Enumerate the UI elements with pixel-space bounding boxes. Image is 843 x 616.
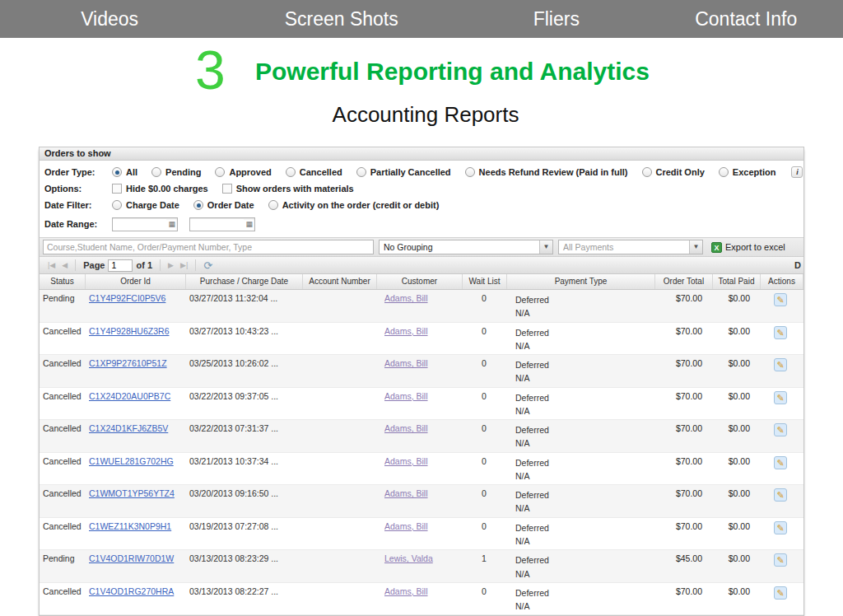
date-to-input[interactable] (190, 219, 244, 230)
order-id-link[interactable]: C1Y4P92FCI0P5V6 (89, 293, 165, 303)
customer-link[interactable]: Lewis, Valda (384, 553, 433, 563)
search-input[interactable] (43, 240, 374, 254)
order-id-link[interactable]: C1V4OD1RIW70D1W (89, 553, 174, 563)
edit-order-icon[interactable]: ✎ (774, 521, 787, 534)
customer-link[interactable]: Adams, Bill (384, 326, 428, 336)
column-header[interactable]: Customer (377, 274, 463, 289)
radio-icon[interactable] (642, 167, 652, 177)
order-id-link[interactable]: C1XP9P27610P51Z (89, 358, 167, 368)
order-id-link[interactable]: C1X24D20AU0PB7C (89, 391, 170, 401)
customer-link[interactable]: Adams, Bill (384, 293, 428, 303)
date-from-field[interactable]: ▦ (112, 217, 178, 231)
edit-order-icon[interactable]: ✎ (774, 423, 787, 436)
order-id-link[interactable]: C1Y4P928HU6Z3R6 (89, 326, 169, 336)
column-header[interactable]: Status (40, 274, 86, 289)
radio-icon[interactable] (112, 200, 122, 210)
chevron-down-icon[interactable]: ▼ (689, 240, 702, 254)
order-type-radio-option[interactable]: All (112, 167, 137, 177)
radio-icon[interactable] (193, 200, 203, 210)
order-type-radio-option[interactable]: Needs Refund Review (Paid in full) (465, 167, 628, 177)
column-header[interactable]: Payment Type (507, 274, 655, 289)
column-header[interactable]: Account Number (303, 274, 377, 289)
last-page-icon[interactable]: ▶| (180, 262, 188, 269)
next-page-icon[interactable]: ▶ (168, 262, 174, 269)
radio-icon[interactable] (268, 200, 278, 210)
date-filter-radio-option[interactable]: Charge Date (112, 200, 179, 210)
cell-wait-list: 0 (463, 485, 507, 517)
refresh-icon[interactable]: ⟳ (203, 260, 212, 271)
edit-order-icon[interactable]: ✎ (774, 488, 787, 502)
edit-order-icon[interactable]: ✎ (774, 391, 787, 404)
nav-item[interactable]: Contact Info (649, 8, 843, 30)
radio-icon[interactable] (215, 167, 225, 177)
chevron-down-icon[interactable]: ▼ (539, 240, 552, 254)
column-header[interactable]: Wait List (463, 274, 507, 289)
order-type-radio-option[interactable]: Cancelled (286, 167, 342, 177)
checkbox-icon[interactable] (222, 184, 232, 194)
column-header[interactable]: Purchase / Charge Date (186, 274, 303, 289)
checkbox-icon[interactable] (112, 184, 122, 194)
grouping-select[interactable]: No Grouping ▼ (379, 240, 553, 254)
edit-order-icon[interactable]: ✎ (774, 326, 787, 339)
customer-link[interactable]: Adams, Bill (384, 521, 428, 531)
option-checkbox[interactable]: Hide $0.00 charges (112, 184, 208, 194)
calendar-icon[interactable]: ▦ (244, 221, 254, 228)
order-id-link[interactable]: C1WMOT1YP56YTZ4 (89, 488, 175, 498)
payment-type-line2: N/A (515, 534, 654, 548)
radio-icon[interactable] (112, 167, 122, 177)
date-filter-radio-option[interactable]: Activity on the order (credit or debit) (268, 200, 440, 210)
order-type-radio-option[interactable]: Approved (215, 167, 271, 177)
column-header[interactable]: Order Total (655, 274, 713, 289)
order-id-link[interactable]: C1X24D1KFJ6ZB5V (89, 423, 168, 433)
radio-icon[interactable] (356, 167, 366, 177)
column-header[interactable]: Total Paid (713, 274, 761, 289)
prev-page-icon[interactable]: ◀ (62, 262, 68, 269)
cell-customer: Adams, Bill (377, 518, 463, 550)
cell-status: Pending (40, 290, 86, 322)
column-header[interactable]: Actions (761, 274, 803, 289)
date-from-input[interactable] (113, 219, 166, 230)
edit-order-icon[interactable]: ✎ (774, 293, 787, 306)
order-type-radio-option[interactable]: Pending (151, 167, 201, 177)
customer-link[interactable]: Adams, Bill (384, 391, 428, 401)
orders-table-body: Pending C1Y4P92FCI0P5V6 03/27/2013 11:32… (40, 290, 803, 615)
first-page-icon[interactable]: |◀ (48, 262, 55, 269)
date-to-field[interactable]: ▦ (189, 217, 255, 231)
step-number: 3 (195, 43, 226, 97)
customer-link[interactable]: Adams, Bill (384, 358, 428, 368)
customer-link[interactable]: Adams, Bill (384, 456, 428, 466)
nav-item[interactable]: Videos (0, 8, 219, 30)
edit-order-icon[interactable]: ✎ (774, 456, 787, 469)
nav-item[interactable]: Fliers (463, 8, 649, 30)
cell-account-number (303, 355, 377, 387)
calendar-icon[interactable]: ▦ (166, 221, 177, 228)
export-to-excel-button[interactable]: X Export to excel (711, 242, 785, 253)
cell-purchase-date: 03/27/2013 11:32:04 ... (186, 290, 303, 322)
customer-link[interactable]: Adams, Bill (384, 423, 428, 433)
edit-order-icon[interactable]: ✎ (774, 586, 787, 600)
radio-icon[interactable] (465, 167, 475, 177)
date-filter-radio-option[interactable]: Order Date (193, 200, 254, 210)
page-title: Powerful Reporting and Analytics (255, 58, 650, 86)
info-icon[interactable]: i (791, 166, 803, 178)
page-number-input[interactable] (108, 259, 133, 272)
radio-icon[interactable] (151, 167, 161, 177)
edit-order-icon[interactable]: ✎ (774, 553, 787, 567)
nav-item[interactable]: Screen Shots (219, 8, 463, 30)
cell-order-total: $70.00 (655, 485, 713, 517)
order-id-link[interactable]: C1V4OD1RG270HRA (89, 586, 174, 596)
order-type-radio-option[interactable]: Partially Cancelled (356, 167, 451, 177)
cell-status: Cancelled (40, 485, 86, 517)
order-id-link[interactable]: C1WUEL281G702HG (89, 456, 174, 466)
customer-link[interactable]: Adams, Bill (384, 488, 428, 498)
option-checkbox[interactable]: Show orders with materials (222, 184, 354, 194)
edit-order-icon[interactable]: ✎ (774, 358, 787, 371)
order-type-radio-option[interactable]: Exception (719, 167, 776, 177)
column-header[interactable]: Order Id (86, 274, 186, 289)
order-type-radio-option[interactable]: Credit Only (642, 167, 705, 177)
order-id-link[interactable]: C1WEZ11K3N0P9H1 (89, 521, 171, 531)
payments-select[interactable]: All Payments ▼ (558, 240, 703, 254)
customer-link[interactable]: Adams, Bill (384, 586, 428, 596)
radio-icon[interactable] (719, 167, 729, 177)
radio-icon[interactable] (286, 167, 296, 177)
